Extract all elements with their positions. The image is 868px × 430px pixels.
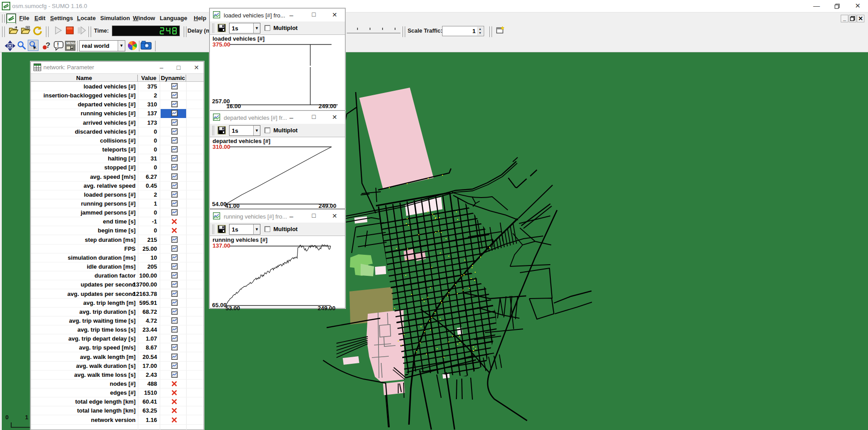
svg-text:65.00: 65.00 bbox=[212, 302, 227, 308]
svg-text:?: ? bbox=[46, 41, 50, 50]
svg-text:249.00: 249.00 bbox=[319, 103, 336, 110]
svg-text:375.00: 375.00 bbox=[213, 41, 230, 48]
svg-text:MENU: MENU bbox=[66, 42, 76, 45]
svg-text:!: ! bbox=[57, 42, 59, 48]
svg-text:249.00: 249.00 bbox=[318, 305, 336, 312]
svg-text:310.00: 310.00 bbox=[213, 143, 230, 150]
svg-text:53.00: 53.00 bbox=[226, 305, 240, 312]
svg-text:249.00: 249.00 bbox=[319, 202, 336, 208]
svg-text:137.00: 137.00 bbox=[213, 242, 230, 249]
svg-text:54.00: 54.00 bbox=[212, 201, 227, 207]
svg-text:41.00: 41.00 bbox=[225, 202, 240, 208]
svg-text:16.00: 16.00 bbox=[226, 103, 241, 110]
svg-text:0: 0 bbox=[5, 414, 9, 421]
svg-text:1: 1 bbox=[25, 414, 28, 421]
